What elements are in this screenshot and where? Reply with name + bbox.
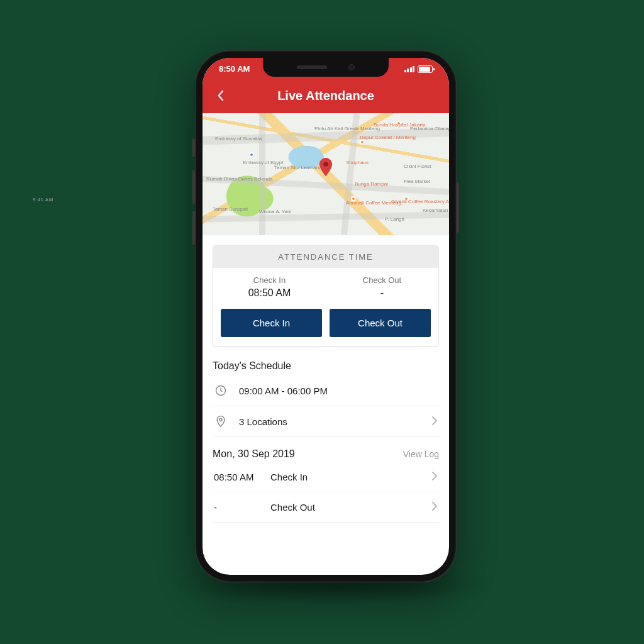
schedule-hours-row: 09:00 AM - 06:00 PM	[213, 375, 439, 406]
phone-frame: 8:50 AM Live Attendance Embassy of Slova…	[195, 50, 457, 582]
map-poi-label: P. Langit	[385, 216, 404, 222]
svg-point-0	[323, 162, 328, 166]
volume-down-button	[192, 211, 195, 245]
map-poi-label: Wisma A. Yani	[259, 209, 291, 214]
chevron-right-icon	[431, 501, 438, 513]
map-view[interactable]: Embassy of SlovakiaPintu Air Kali Gresik…	[203, 113, 449, 235]
chevron-right-icon	[431, 416, 438, 428]
content-area: ATTENDANCE TIME Check In 08:50 AM Check …	[203, 235, 449, 533]
signal-icon	[404, 66, 415, 72]
map-poi-label: Dapur Cokelat / Menteng	[360, 135, 416, 140]
map-poi-label: Flea Market	[404, 179, 430, 184]
log-date: Mon, 30 Sep 2019	[213, 448, 295, 460]
attendance-card: ATTENDANCE TIME Check In 08:50 AM Check …	[213, 245, 439, 347]
power-button	[457, 182, 459, 233]
status-right	[404, 65, 433, 73]
view-log-link[interactable]: View Log	[403, 449, 439, 459]
log-label: Check Out	[270, 502, 315, 513]
map-poi-label: Taman Suropati	[213, 206, 248, 212]
map-poi-label: Shophaus	[346, 160, 369, 165]
phone-notch	[263, 58, 389, 77]
schedule-hours: 09:00 AM - 06:00 PM	[239, 386, 328, 396]
checkin-value: 08:50 AM	[213, 287, 326, 299]
location-pin-icon	[214, 415, 228, 428]
mute-switch	[192, 138, 195, 157]
map-poi-label: Pertamina Cilacap Station Cikini	[410, 126, 449, 131]
attendance-heading: ATTENDANCE TIME	[213, 246, 438, 268]
log-time: -	[214, 502, 270, 513]
checkin-button[interactable]: Check In	[221, 309, 322, 337]
stray-time-text: 9:41 AM	[33, 197, 53, 203]
map-poi-label: Cikini Florist	[404, 164, 431, 169]
checkin-label: Check In	[213, 275, 326, 285]
svg-point-2	[219, 418, 222, 421]
title-bar: Live Attendance	[203, 82, 449, 113]
status-time: 8:50 AM	[219, 64, 250, 74]
log-row[interactable]: 08:50 AMCheck In	[213, 462, 439, 492]
phone-screen: 8:50 AM Live Attendance Embassy of Slova…	[203, 58, 449, 575]
checkin-column: Check In 08:50 AM	[213, 275, 326, 299]
map-pin-icon	[319, 158, 333, 177]
schedule-title: Today's Schedule	[213, 360, 439, 372]
checkout-value: -	[326, 287, 438, 299]
attendance-buttons: Check In Check Out	[213, 309, 438, 346]
map-poi-label: Taman Situ Lembang	[274, 165, 322, 170]
map-poi-label: Embassy of Slovakia	[215, 136, 262, 142]
page-title: Live Attendance	[211, 89, 440, 103]
map-poi-label: Rumah Dinas Dubes Belanda	[206, 176, 272, 182]
battery-icon	[418, 65, 433, 73]
front-camera	[348, 64, 355, 70]
clock-icon	[214, 384, 228, 397]
log-header: Mon, 30 Sep 2019 View Log	[213, 448, 439, 460]
log-time: 08:50 AM	[214, 472, 270, 482]
schedule-locations: 3 Locations	[239, 416, 287, 427]
log-label: Check In	[270, 472, 308, 482]
map-poi-dot	[249, 152, 254, 157]
speaker-grille	[297, 65, 327, 69]
checkout-label: Check Out	[326, 275, 438, 285]
map-poi-label: Kecamatan Menteng	[423, 208, 449, 213]
map-poi-label: Giyanti Coffee Roastery Aroma Sedap	[391, 199, 449, 204]
checkout-button[interactable]: Check Out	[330, 309, 431, 337]
map-poi-label: Bunga Rampai	[355, 181, 388, 187]
volume-up-button	[192, 170, 195, 204]
schedule-locations-row[interactable]: 3 Locations	[213, 406, 439, 437]
checkout-column: Check Out -	[326, 275, 438, 299]
map-poi-label: Pintu Air Kali Gresik Menteng	[314, 126, 380, 131]
chevron-right-icon	[431, 471, 438, 483]
log-row[interactable]: -Check Out	[213, 492, 439, 523]
map-poi-dot	[360, 140, 365, 145]
attendance-times: Check In 08:50 AM Check Out -	[213, 268, 438, 309]
